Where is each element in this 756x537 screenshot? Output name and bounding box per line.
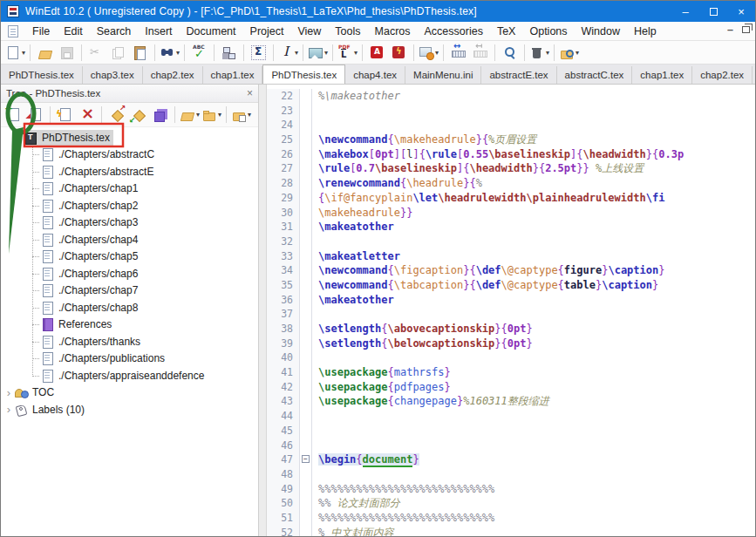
insert-image-button[interactable]: ▾ [308,43,328,63]
menu-project[interactable]: Project [243,24,291,39]
document-page-icon [41,147,54,161]
menu-accessories[interactable]: Accessories [418,24,490,39]
tab-abstractE.tex[interactable]: abstractE.tex [481,66,556,84]
tree-item[interactable]: ./Chapters/chap2 [1,197,258,214]
browse-button[interactable]: ▾ [559,43,579,63]
graphics-options-button[interactable]: ▾ [419,43,439,63]
tree-rebuild-button[interactable] [55,105,75,125]
tree-remove-document-button[interactable] [25,105,45,125]
menu-edit[interactable]: Edit [57,24,90,39]
menu-tools[interactable]: Tools [328,24,367,39]
dropdown-arrow-icon: ▾ [546,49,549,57]
insert-symbol-button[interactable] [249,43,269,63]
tree-item[interactable]: ./Chapters/chap3 [1,214,258,232]
open-button[interactable] [35,43,55,63]
minimize-button[interactable]: – [671,1,699,22]
delete-button[interactable]: ▾ [529,43,549,63]
tree-item[interactable]: References [1,316,258,334]
code-token: ][ [394,148,406,160]
fold-gutter [300,365,312,380]
tab-chap1.tex[interactable]: chap1.tex [632,66,692,84]
tree-item[interactable]: ./Chapters/chap6 [1,265,258,282]
document-tree[interactable]: PhDThesis.tex./Chapters/abstractC./Chapt… [1,127,258,537]
tree-item[interactable]: ./Chapters/thanks [1,333,258,350]
menu-view[interactable]: View [290,24,328,39]
tab-abstractC.tex[interactable]: abstractC.tex [557,66,633,84]
tree-item-toc[interactable]: ›TOC [1,384,258,402]
wrap-button[interactable] [448,43,468,63]
tab-chap3.tex[interactable]: chap3.tex [83,66,143,84]
tree-folder-options-button[interactable]: ▾ [231,105,251,125]
menu-window[interactable]: Window [575,24,627,39]
tree-item[interactable]: ./Chapters/abstractE [1,163,258,180]
tree-item-labels[interactable]: ›Labels (10) [1,401,258,418]
tree-pin-collapse-button[interactable] [128,105,148,125]
code-text: \usepackage{mathrsfs} [312,365,755,380]
tree-toolbar: ▾▾▾ [1,103,258,127]
line-number: 36 [267,293,300,308]
acrobat-button[interactable] [367,43,387,63]
tree-item[interactable]: ./Chapters/chap8 [1,299,258,316]
menu-insert[interactable]: Insert [138,24,179,39]
menu-file[interactable]: File [25,24,57,39]
tree-panel-close-button[interactable]: × [247,87,253,99]
menu-help[interactable]: Help [627,24,664,39]
paste-button[interactable] [130,43,150,63]
document-tree-button[interactable] [219,43,239,63]
code-token: 0.55 [463,148,488,160]
mdi-minimize-button[interactable]: – [727,24,733,36]
save-button[interactable] [57,43,77,63]
tree-item[interactable]: ./Chapters/chap7 [1,282,258,300]
tab-MainMenu.ini[interactable]: MainMenu.ini [405,66,481,84]
tree-delete-button[interactable] [77,105,97,125]
panel-splitter[interactable] [259,85,267,537]
copy-button[interactable] [108,43,128,63]
spell-check-button[interactable] [189,43,209,63]
menu-options[interactable]: Options [522,24,574,39]
mdi-restore-button[interactable] [742,26,750,33]
tab-label: chap2.tex [700,70,744,80]
menu-tex[interactable]: TeX [490,24,523,39]
fold-collapse-icon[interactable]: − [302,455,310,463]
line-number: 37 [267,307,300,322]
pdf-texify-button[interactable]: ▾ [337,43,358,63]
fold-gutter [300,235,312,249]
menu-document[interactable]: Document [180,24,243,39]
menu-search[interactable]: Search [90,24,139,39]
code-token: \headwidth [469,162,532,174]
indent-button[interactable] [470,43,490,63]
tree-pin-button[interactable] [106,105,126,125]
tree-icon [221,45,236,60]
tab-PhDThesis.tex[interactable]: PhDThesis.tex [262,65,345,84]
cut-button[interactable] [86,43,106,63]
code-token: 0pt [507,337,527,350]
tab-chap1.tex[interactable]: chap1.tex [203,66,263,84]
tree-root-item[interactable]: PhDThesis.tex [1,129,258,146]
maximize-button[interactable] [699,1,727,22]
tree-folder-button[interactable]: ▾ [201,105,221,125]
tab-chap4.tex[interactable]: chap4.tex [345,66,405,84]
tree-item[interactable]: ./Chapters/chap4 [1,231,258,248]
find-button[interactable]: ▾ [160,43,180,63]
tree-open-folder-button[interactable]: ▾ [180,105,200,125]
dvi2pdf-button[interactable] [389,43,409,63]
code-token: } [658,264,664,276]
code-editor[interactable]: 22%\makeatother232425\newcommand{\makehe… [267,85,755,537]
zoom-button[interactable] [500,43,520,63]
tree-item[interactable]: ./Chapters/chap5 [1,248,258,266]
menu-macros[interactable]: Macros [368,24,418,39]
italic-button[interactable]: ▾ [278,43,298,63]
tree-item[interactable]: ./Chapters/abstractC [1,146,258,164]
tree-save-all-button[interactable] [150,105,170,125]
tab-chap2.tex[interactable]: chap2.tex [692,66,753,84]
tree-item[interactable]: ./Chapters/appraiseanddefence [1,367,258,384]
new-document-button[interactable]: ▾ [5,43,25,63]
tree-item[interactable]: ./Chapters/publications [1,350,258,368]
code-token: } [526,323,532,335]
tree-item[interactable]: ./Chapters/chap1 [1,180,258,198]
close-button[interactable]: × [727,1,755,22]
tree-insert-document-button[interactable] [3,105,24,125]
tab-PhDThesis.tex[interactable]: PhDThesis.tex [1,66,83,84]
tab-chap2.tex[interactable]: chap2.tex [143,66,203,84]
editor-line: 42\usepackage{pdfpages} [267,380,755,395]
